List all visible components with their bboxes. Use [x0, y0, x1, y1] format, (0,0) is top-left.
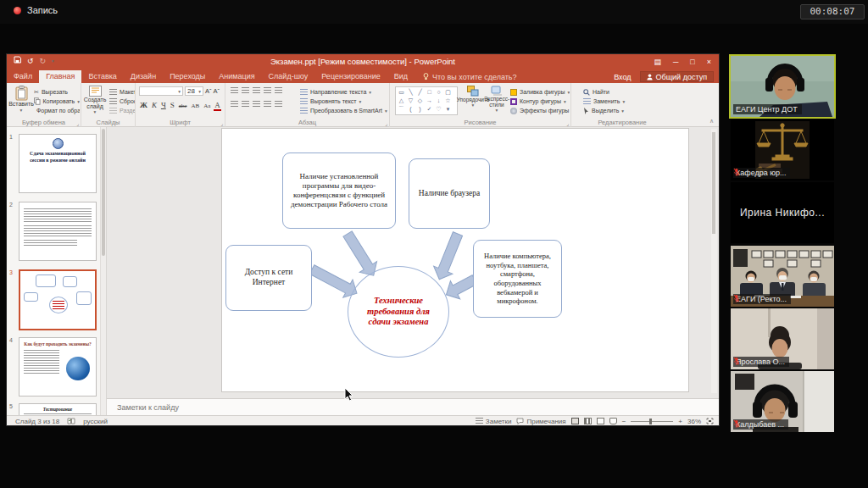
slide-thumbnail-1[interactable]: Сдача экзаменационной сессии в режиме он…	[19, 134, 97, 193]
slide-area-scrollbar[interactable]	[711, 129, 717, 393]
shapes-gallery[interactable]: ▭╲╱□○▢ △▽◇→↓☆ ⌒()✓♡▾	[395, 86, 458, 115]
customize-qat-arrow-icon[interactable]: ▾	[52, 58, 54, 64]
tab-transitions[interactable]: Переходы	[163, 70, 212, 83]
diagram-box-browser[interactable]: Наличие браузера	[409, 158, 490, 229]
tab-home[interactable]: Главная	[39, 70, 81, 83]
quick-styles-button[interactable]: Экспресс-стили▾	[485, 86, 509, 121]
text-direction-button[interactable]: Направление текста▾	[300, 87, 388, 97]
dialog-launcher-icon[interactable]: ⌟	[220, 120, 223, 126]
notes-toggle-button[interactable]: Заметки	[476, 418, 512, 425]
change-case-button[interactable]: Аа	[203, 103, 211, 109]
slide-thumbnail-2[interactable]	[19, 202, 97, 261]
shape-effects-button[interactable]: Эффекты фигуры▾	[510, 106, 570, 115]
reading-view-button[interactable]	[597, 418, 604, 424]
font-size-combo[interactable]: 28▾	[185, 86, 203, 96]
text-shadow-button[interactable]: S	[170, 101, 175, 109]
shrink-font-icon[interactable]: Аˇ	[214, 87, 220, 95]
replace-button[interactable]: Заменить▾	[583, 97, 665, 106]
dialog-launcher-icon[interactable]: ⌟	[566, 120, 569, 126]
arrange-button[interactable]: Упорядочить▾	[461, 86, 485, 121]
cut-button[interactable]: ✂Вырезать	[34, 87, 80, 97]
layout-button[interactable]: Макет	[109, 87, 135, 97]
redo-icon[interactable]: ↻	[40, 57, 47, 65]
slideshow-button[interactable]	[609, 418, 617, 424]
diagram-box-devices[interactable]: Наличие компьютера, ноутбука, планшета, …	[473, 240, 562, 318]
ribbon-display-options-icon[interactable]: ▤	[648, 54, 667, 69]
italic-button[interactable]: К	[151, 101, 158, 109]
select-button[interactable]: Выделить▾	[583, 106, 665, 115]
share-button[interactable]: Общий доступ	[640, 71, 714, 82]
participant-tile-6[interactable]: Калдыбаев ...	[731, 371, 834, 432]
dialog-launcher-icon[interactable]: ⌟	[385, 120, 387, 126]
tab-insert[interactable]: Вставка	[81, 70, 123, 83]
tab-file[interactable]: Файл	[7, 70, 39, 83]
character-spacing-button[interactable]: АВ	[190, 103, 200, 109]
zoom-in-button[interactable]: +	[678, 418, 682, 425]
bullets-icon[interactable]	[231, 87, 238, 94]
close-icon[interactable]: ×	[701, 54, 717, 69]
tab-view[interactable]: Вид	[387, 70, 415, 83]
recording-indicator[interactable]: Запись	[14, 5, 58, 15]
slide-thumbnail-4[interactable]: Как будут проходить экзамены?	[19, 337, 97, 396]
tab-review[interactable]: Рецензирование	[314, 70, 387, 83]
minimize-icon[interactable]: ─	[667, 54, 684, 69]
decrease-indent-icon[interactable]	[253, 87, 260, 94]
undo-icon[interactable]: ↺	[27, 57, 34, 65]
justify-icon[interactable]	[264, 101, 271, 108]
tab-animations[interactable]: Анимация	[212, 70, 261, 83]
participant-tile-5[interactable]: Ярослава О...	[731, 308, 834, 369]
copy-button[interactable]: Копировать▾	[34, 97, 80, 106]
bold-button[interactable]: Ж	[139, 101, 148, 109]
restore-icon[interactable]: □	[684, 54, 700, 69]
collapse-ribbon-icon[interactable]: ∧	[709, 118, 714, 125]
grow-font-icon[interactable]: Аˆ	[205, 87, 212, 95]
columns-icon[interactable]	[275, 101, 282, 108]
participant-tile-1[interactable]: ЕАГИ Центр ДОТ	[731, 56, 834, 117]
sign-in-link[interactable]: Вход	[614, 73, 631, 81]
comments-toggle-button[interactable]: Примечания	[516, 418, 565, 425]
font-name-combo[interactable]: ▾	[139, 86, 183, 96]
find-button[interactable]: Найти	[583, 87, 665, 97]
section-button[interactable]: Раздел	[109, 106, 135, 115]
increase-indent-icon[interactable]	[264, 87, 271, 94]
diagram-box-internet[interactable]: Доступ к сети Интернет	[225, 245, 312, 311]
participant-tile-4[interactable]: ЕАГИ (Ректо...	[731, 246, 834, 307]
zoom-slider[interactable]	[631, 421, 673, 422]
align-text-button[interactable]: Выровнять текст▾	[300, 97, 388, 106]
shape-fill-button[interactable]: Заливка фигуры▾	[510, 87, 570, 97]
new-slide-button[interactable]: Создать слайд▾	[82, 86, 108, 121]
participant-tile-3[interactable]: Ирина Никифо...	[731, 182, 834, 243]
spellcheck-icon[interactable]	[67, 418, 75, 424]
underline-button[interactable]: Ч	[160, 101, 167, 109]
slide-thumbnail-3-selected[interactable]	[19, 269, 97, 330]
strikethrough-button[interactable]: abc	[178, 103, 188, 109]
slide-thumbnail-5[interactable]: Тестирование	[19, 403, 97, 415]
tab-slideshow[interactable]: Слайд-шоу	[262, 70, 315, 83]
convert-smartart-button[interactable]: Преобразовать в SmartArt▾	[300, 106, 388, 115]
normal-view-button[interactable]	[571, 418, 579, 424]
paste-button[interactable]: Вставить▾	[8, 86, 34, 121]
align-right-icon[interactable]	[253, 101, 260, 108]
fit-to-window-icon[interactable]	[706, 418, 714, 424]
line-spacing-icon[interactable]	[275, 87, 282, 94]
shape-outline-button[interactable]: Контур фигуры▾	[510, 97, 570, 106]
save-icon[interactable]	[14, 56, 21, 65]
diagram-box-software[interactable]: Наличие установленной программы для виде…	[282, 152, 396, 229]
thumbnail-scrollbar[interactable]	[100, 127, 106, 415]
tell-me-box[interactable]: Что вы хотите сделать?	[423, 70, 517, 83]
zoom-percentage[interactable]: 36%	[687, 418, 701, 425]
slide-sorter-view-button[interactable]	[584, 418, 592, 424]
notes-pane[interactable]: Заметки к слайду	[107, 398, 719, 415]
align-left-icon[interactable]	[231, 101, 238, 108]
reset-button[interactable]: Сбросить	[109, 97, 135, 106]
font-color-button[interactable]: А	[214, 101, 221, 111]
zoom-out-button[interactable]: −	[622, 418, 626, 425]
numbering-icon[interactable]	[242, 87, 249, 94]
current-slide-canvas[interactable]: Наличие установленной программы для виде…	[222, 129, 688, 391]
format-painter-button[interactable]: Формат по образцу	[34, 106, 80, 115]
align-center-icon[interactable]	[242, 101, 249, 108]
language-indicator[interactable]: русский	[83, 418, 108, 425]
diagram-center-circle[interactable]: Технические требования для сдачи экзамен…	[348, 266, 449, 358]
dialog-launcher-icon[interactable]: ⌟	[76, 120, 79, 126]
participant-tile-2[interactable]: Кафедра юр...	[731, 119, 834, 180]
